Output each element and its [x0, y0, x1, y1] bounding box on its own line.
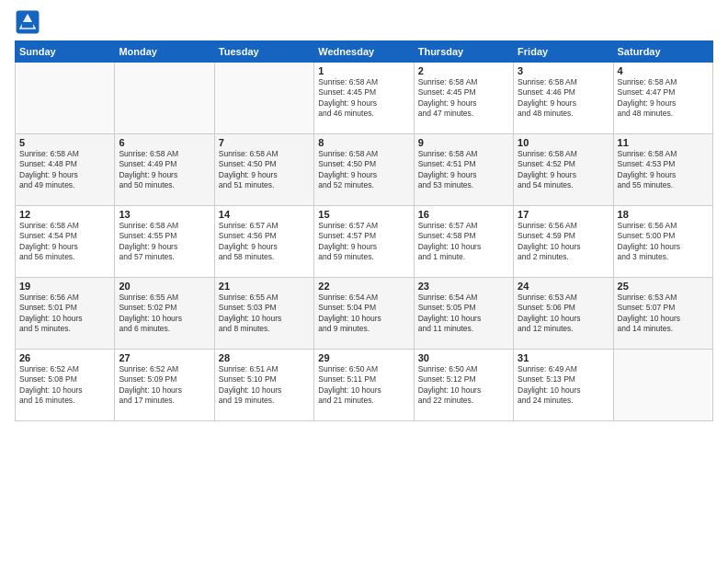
day-info-1: Sunrise: 6:58 AM Sunset: 4:45 PM Dayligh…: [318, 77, 409, 120]
day-cell-12: 12Sunrise: 6:58 AM Sunset: 4:54 PM Dayli…: [16, 206, 115, 278]
empty-cell: [115, 63, 214, 134]
empty-cell: [16, 63, 115, 134]
day-number-27: 27: [119, 352, 210, 363]
week-row-1: 1Sunrise: 6:58 AM Sunset: 4:45 PM Daylig…: [16, 63, 713, 134]
day-info-24: Sunrise: 6:53 AM Sunset: 5:06 PM Dayligh…: [518, 293, 609, 335]
day-number-28: 28: [219, 352, 310, 363]
day-cell-1: 1Sunrise: 6:58 AM Sunset: 4:45 PM Daylig…: [314, 63, 414, 134]
day-number-1: 1: [318, 65, 409, 76]
week-row-3: 12Sunrise: 6:58 AM Sunset: 4:54 PM Dayli…: [16, 206, 713, 278]
day-info-22: Sunrise: 6:54 AM Sunset: 5:04 PM Dayligh…: [318, 293, 409, 335]
day-number-18: 18: [618, 209, 709, 220]
day-info-15: Sunrise: 6:57 AM Sunset: 4:57 PM Dayligh…: [318, 221, 409, 263]
empty-cell: [613, 350, 712, 421]
day-cell-23: 23Sunrise: 6:54 AM Sunset: 5:05 PM Dayli…: [414, 278, 513, 350]
day-info-2: Sunrise: 6:58 AM Sunset: 4:45 PM Dayligh…: [418, 77, 509, 120]
day-info-21: Sunrise: 6:55 AM Sunset: 5:03 PM Dayligh…: [219, 293, 310, 335]
day-cell-31: 31Sunrise: 6:49 AM Sunset: 5:13 PM Dayli…: [514, 350, 613, 421]
day-number-6: 6: [119, 137, 210, 148]
day-info-3: Sunrise: 6:58 AM Sunset: 4:46 PM Dayligh…: [518, 77, 609, 120]
day-number-30: 30: [418, 352, 509, 363]
day-info-8: Sunrise: 6:58 AM Sunset: 4:50 PM Dayligh…: [318, 149, 409, 191]
day-number-25: 25: [618, 281, 709, 292]
day-info-11: Sunrise: 6:58 AM Sunset: 4:53 PM Dayligh…: [618, 149, 709, 191]
day-number-3: 3: [518, 65, 609, 76]
calendar-table: SundayMondayTuesdayWednesdayThursdayFrid…: [15, 40, 713, 421]
day-number-7: 7: [219, 137, 310, 148]
week-row-5: 26Sunrise: 6:52 AM Sunset: 5:08 PM Dayli…: [16, 350, 713, 421]
day-info-25: Sunrise: 6:53 AM Sunset: 5:07 PM Dayligh…: [618, 293, 709, 335]
day-cell-16: 16Sunrise: 6:57 AM Sunset: 4:58 PM Dayli…: [414, 206, 513, 278]
day-cell-25: 25Sunrise: 6:53 AM Sunset: 5:07 PM Dayli…: [613, 278, 712, 350]
day-cell-9: 9Sunrise: 6:58 AM Sunset: 4:51 PM Daylig…: [414, 134, 513, 206]
day-cell-7: 7Sunrise: 6:58 AM Sunset: 4:50 PM Daylig…: [214, 134, 313, 206]
day-number-31: 31: [518, 352, 609, 363]
day-number-11: 11: [618, 137, 709, 148]
weekday-header-wednesday: Wednesday: [314, 41, 414, 63]
day-cell-10: 10Sunrise: 6:58 AM Sunset: 4:52 PM Dayli…: [514, 134, 613, 206]
svg-rect-2: [22, 22, 33, 28]
day-cell-8: 8Sunrise: 6:58 AM Sunset: 4:50 PM Daylig…: [314, 134, 414, 206]
day-cell-15: 15Sunrise: 6:57 AM Sunset: 4:57 PM Dayli…: [314, 206, 414, 278]
day-info-9: Sunrise: 6:58 AM Sunset: 4:51 PM Dayligh…: [418, 149, 509, 191]
day-cell-30: 30Sunrise: 6:50 AM Sunset: 5:12 PM Dayli…: [414, 350, 513, 421]
day-info-12: Sunrise: 6:58 AM Sunset: 4:54 PM Dayligh…: [19, 221, 110, 263]
day-number-13: 13: [119, 209, 210, 220]
day-info-23: Sunrise: 6:54 AM Sunset: 5:05 PM Dayligh…: [418, 293, 509, 335]
day-number-19: 19: [19, 281, 110, 292]
day-number-29: 29: [318, 352, 409, 363]
week-row-4: 19Sunrise: 6:56 AM Sunset: 5:01 PM Dayli…: [16, 278, 713, 350]
day-info-5: Sunrise: 6:58 AM Sunset: 4:48 PM Dayligh…: [19, 149, 110, 191]
day-info-6: Sunrise: 6:58 AM Sunset: 4:49 PM Dayligh…: [119, 149, 210, 191]
day-cell-5: 5Sunrise: 6:58 AM Sunset: 4:48 PM Daylig…: [16, 134, 115, 206]
page-container: SundayMondayTuesdayWednesdayThursdayFrid…: [0, 0, 728, 431]
day-cell-4: 4Sunrise: 6:58 AM Sunset: 4:47 PM Daylig…: [613, 63, 712, 134]
day-info-10: Sunrise: 6:58 AM Sunset: 4:52 PM Dayligh…: [518, 149, 609, 191]
weekday-header-friday: Friday: [514, 41, 613, 63]
day-cell-19: 19Sunrise: 6:56 AM Sunset: 5:01 PM Dayli…: [16, 278, 115, 350]
day-number-2: 2: [418, 65, 509, 76]
header: [15, 9, 713, 35]
logo-icon: [15, 9, 40, 35]
day-number-5: 5: [19, 137, 110, 148]
day-info-13: Sunrise: 6:58 AM Sunset: 4:55 PM Dayligh…: [119, 221, 210, 263]
week-row-2: 5Sunrise: 6:58 AM Sunset: 4:48 PM Daylig…: [16, 134, 713, 206]
day-cell-26: 26Sunrise: 6:52 AM Sunset: 5:08 PM Dayli…: [16, 350, 115, 421]
day-number-17: 17: [518, 209, 609, 220]
day-cell-14: 14Sunrise: 6:57 AM Sunset: 4:56 PM Dayli…: [214, 206, 313, 278]
day-number-14: 14: [219, 209, 310, 220]
day-number-21: 21: [219, 281, 310, 292]
day-number-16: 16: [418, 209, 509, 220]
day-number-23: 23: [418, 281, 509, 292]
day-info-31: Sunrise: 6:49 AM Sunset: 5:13 PM Dayligh…: [518, 364, 609, 407]
day-info-19: Sunrise: 6:56 AM Sunset: 5:01 PM Dayligh…: [19, 293, 110, 335]
weekday-header-row: SundayMondayTuesdayWednesdayThursdayFrid…: [16, 41, 713, 63]
day-number-20: 20: [119, 281, 210, 292]
day-cell-28: 28Sunrise: 6:51 AM Sunset: 5:10 PM Dayli…: [214, 350, 313, 421]
day-info-27: Sunrise: 6:52 AM Sunset: 5:09 PM Dayligh…: [119, 364, 210, 407]
day-info-20: Sunrise: 6:55 AM Sunset: 5:02 PM Dayligh…: [119, 293, 210, 335]
empty-cell: [214, 63, 313, 134]
day-cell-20: 20Sunrise: 6:55 AM Sunset: 5:02 PM Dayli…: [115, 278, 214, 350]
day-number-15: 15: [318, 209, 409, 220]
day-number-26: 26: [19, 352, 110, 363]
day-cell-3: 3Sunrise: 6:58 AM Sunset: 4:46 PM Daylig…: [514, 63, 613, 134]
day-cell-11: 11Sunrise: 6:58 AM Sunset: 4:53 PM Dayli…: [613, 134, 712, 206]
day-number-24: 24: [518, 281, 609, 292]
weekday-header-sunday: Sunday: [16, 41, 115, 63]
day-cell-29: 29Sunrise: 6:50 AM Sunset: 5:11 PM Dayli…: [314, 350, 414, 421]
day-info-17: Sunrise: 6:56 AM Sunset: 4:59 PM Dayligh…: [518, 221, 609, 263]
weekday-header-saturday: Saturday: [613, 41, 712, 63]
day-info-16: Sunrise: 6:57 AM Sunset: 4:58 PM Dayligh…: [418, 221, 509, 263]
day-info-26: Sunrise: 6:52 AM Sunset: 5:08 PM Dayligh…: [19, 364, 110, 407]
day-cell-17: 17Sunrise: 6:56 AM Sunset: 4:59 PM Dayli…: [514, 206, 613, 278]
day-info-28: Sunrise: 6:51 AM Sunset: 5:10 PM Dayligh…: [219, 364, 310, 407]
logo: [15, 9, 44, 35]
day-info-14: Sunrise: 6:57 AM Sunset: 4:56 PM Dayligh…: [219, 221, 310, 263]
day-info-4: Sunrise: 6:58 AM Sunset: 4:47 PM Dayligh…: [618, 77, 709, 120]
day-info-29: Sunrise: 6:50 AM Sunset: 5:11 PM Dayligh…: [318, 364, 409, 407]
day-info-30: Sunrise: 6:50 AM Sunset: 5:12 PM Dayligh…: [418, 364, 509, 407]
day-cell-22: 22Sunrise: 6:54 AM Sunset: 5:04 PM Dayli…: [314, 278, 414, 350]
day-cell-24: 24Sunrise: 6:53 AM Sunset: 5:06 PM Dayli…: [514, 278, 613, 350]
day-cell-13: 13Sunrise: 6:58 AM Sunset: 4:55 PM Dayli…: [115, 206, 214, 278]
